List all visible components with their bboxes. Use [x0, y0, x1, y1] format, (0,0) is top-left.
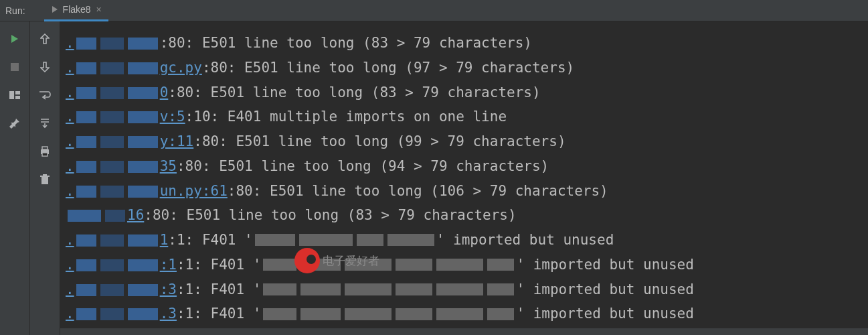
file-link[interactable]: .gc.py	[66, 56, 202, 80]
location: :80	[228, 179, 253, 204]
console-line: .1:1: F401 '' imported but unused	[66, 228, 863, 253]
lint-message: : E501 line too long (106 > 79 character…	[253, 179, 608, 204]
file-link[interactable]: .:3	[66, 277, 177, 302]
down-button[interactable]	[34, 56, 56, 78]
print-button[interactable]	[34, 141, 56, 162]
lint-message: : F401 '	[185, 228, 253, 253]
lint-message: : E501 line too long (97 > 79 characters…	[228, 56, 574, 80]
run-actions-column	[0, 21, 30, 335]
file-link[interactable]: ..3	[66, 302, 177, 326]
lint-message: : F401 '	[193, 277, 261, 302]
console-line: .un.py:61:80: E501 line too long (106 > …	[66, 179, 863, 204]
location: :80	[144, 203, 169, 228]
soft-wrap-button[interactable]	[34, 84, 56, 106]
file-link[interactable]: .y:11	[66, 129, 193, 154]
lint-message: : E501 line too long (83 > 79 characters…	[193, 80, 540, 105]
console-line: .v:5:10: E401 multiple imports on one li…	[66, 105, 863, 129]
file-link[interactable]: .:1	[66, 253, 177, 277]
scroll-to-end-button[interactable]	[34, 113, 56, 134]
lint-message: : E501 line too long (94 > 79 characters…	[202, 154, 549, 179]
svg-rect-7	[41, 177, 48, 184]
run-tab-flake8[interactable]: Flake8 ×	[44, 0, 108, 21]
layout-icon	[9, 91, 20, 99]
wrap-icon	[39, 90, 51, 100]
console-line: .35:80: E501 line too long (94 > 79 char…	[66, 154, 863, 179]
lint-message: : F401 '	[193, 302, 261, 326]
location: :10	[185, 105, 211, 129]
close-tab-icon[interactable]: ×	[96, 4, 102, 15]
svg-rect-2	[15, 91, 20, 94]
svg-rect-5	[42, 147, 48, 149]
play-icon	[9, 34, 20, 44]
stop-button[interactable]	[4, 56, 25, 78]
location: :1	[177, 277, 193, 302]
rerun-button[interactable]	[4, 28, 25, 50]
svg-rect-6	[42, 153, 48, 156]
pin-button[interactable]	[4, 113, 25, 134]
pin-icon	[9, 118, 20, 129]
location: :1	[177, 302, 193, 326]
up-button[interactable]	[34, 28, 56, 50]
svg-rect-9	[43, 174, 47, 176]
file-link[interactable]: .	[66, 31, 160, 56]
trash-icon	[40, 174, 50, 185]
lint-message: : E501 line too long (99 > 79 characters…	[219, 129, 566, 154]
console-line: .:80: E501 line too long (83 > 79 charac…	[66, 31, 863, 56]
lint-message: : E501 line too long (83 > 79 characters…	[185, 31, 532, 56]
scroll-end-icon	[39, 118, 50, 129]
file-link[interactable]: .35	[66, 154, 177, 179]
file-link[interactable]: 16	[127, 203, 144, 228]
svg-rect-1	[9, 91, 14, 99]
console-line: .y:11:80: E501 line too long (99 > 79 ch…	[66, 129, 863, 154]
console-actions-column	[30, 21, 60, 335]
layout-button[interactable]	[4, 84, 25, 106]
horizontal-scrollbar[interactable]	[60, 328, 868, 335]
file-link[interactable]: .0	[66, 80, 168, 105]
location: :1	[168, 228, 185, 253]
location: :80	[168, 80, 193, 105]
lint-message: : F401 '	[193, 253, 261, 277]
clear-all-button[interactable]	[34, 169, 56, 190]
run-tool-body: .:80: E501 line too long (83 > 79 charac…	[0, 21, 868, 335]
console-line: .gc.py:80: E501 line too long (97 > 79 c…	[66, 56, 863, 80]
location: :80	[193, 129, 219, 154]
play-icon	[51, 5, 59, 13]
console-line: .0:80: E501 line too long (83 > 79 chara…	[66, 80, 863, 105]
lint-message: : E501 line too long (83 > 79 characters…	[169, 203, 516, 228]
run-tool-header: Run: Flake8 ×	[0, 0, 868, 21]
location: :80	[177, 154, 202, 179]
file-link[interactable]: .1	[66, 228, 168, 253]
location: :80	[160, 31, 185, 56]
console-output[interactable]: .:80: E501 line too long (83 > 79 charac…	[60, 21, 868, 335]
tab-label: Flake8	[63, 4, 91, 15]
console-line: 16:80: E501 line too long (83 > 79 chara…	[66, 203, 863, 228]
run-label: Run:	[5, 5, 25, 16]
console-line: .:3:1: F401 '' imported but unused	[66, 277, 863, 302]
svg-rect-8	[40, 176, 50, 177]
console-line: ..3:1: F401 '' imported but unused	[66, 302, 863, 326]
console-line: .:1:1: F401 '' imported but unused	[66, 253, 863, 277]
lint-message: : E401 multiple imports on one line	[211, 105, 507, 129]
file-link[interactable]: .v:5	[66, 105, 185, 129]
svg-rect-3	[15, 96, 20, 99]
stop-icon	[10, 62, 19, 72]
location: :1	[177, 253, 193, 277]
location: :80	[202, 56, 228, 80]
svg-rect-0	[11, 63, 19, 71]
arrow-down-icon	[40, 62, 50, 72]
arrow-up-icon	[40, 34, 50, 44]
print-icon	[39, 146, 50, 157]
file-link[interactable]: .un.py:61	[66, 179, 228, 204]
